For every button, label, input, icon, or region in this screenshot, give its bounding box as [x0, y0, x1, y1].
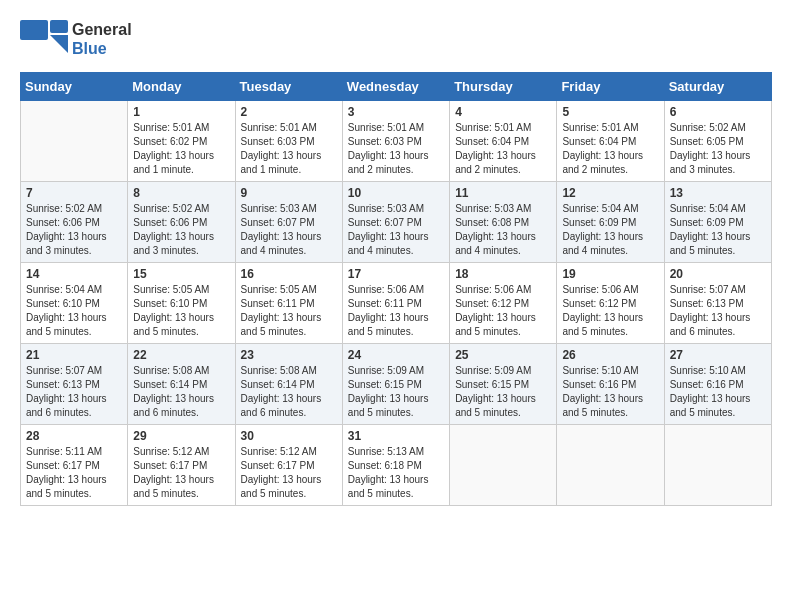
- day-number: 7: [26, 186, 122, 200]
- calendar-cell: 3Sunrise: 5:01 AMSunset: 6:03 PMDaylight…: [342, 101, 449, 182]
- day-info: Sunrise: 5:07 AMSunset: 6:13 PMDaylight:…: [670, 283, 766, 339]
- calendar-cell: 19Sunrise: 5:06 AMSunset: 6:12 PMDayligh…: [557, 263, 664, 344]
- calendar-cell: 18Sunrise: 5:06 AMSunset: 6:12 PMDayligh…: [450, 263, 557, 344]
- day-number: 29: [133, 429, 229, 443]
- day-number: 8: [133, 186, 229, 200]
- calendar-table: SundayMondayTuesdayWednesdayThursdayFrid…: [20, 72, 772, 506]
- calendar-cell: 30Sunrise: 5:12 AMSunset: 6:17 PMDayligh…: [235, 425, 342, 506]
- calendar-cell: 8Sunrise: 5:02 AMSunset: 6:06 PMDaylight…: [128, 182, 235, 263]
- day-info: Sunrise: 5:01 AMSunset: 6:04 PMDaylight:…: [455, 121, 551, 177]
- day-number: 3: [348, 105, 444, 119]
- calendar-cell: 24Sunrise: 5:09 AMSunset: 6:15 PMDayligh…: [342, 344, 449, 425]
- calendar-cell: 25Sunrise: 5:09 AMSunset: 6:15 PMDayligh…: [450, 344, 557, 425]
- day-number: 5: [562, 105, 658, 119]
- day-info: Sunrise: 5:01 AMSunset: 6:02 PMDaylight:…: [133, 121, 229, 177]
- day-number: 13: [670, 186, 766, 200]
- day-number: 15: [133, 267, 229, 281]
- day-info: Sunrise: 5:01 AMSunset: 6:03 PMDaylight:…: [348, 121, 444, 177]
- calendar-cell: 2Sunrise: 5:01 AMSunset: 6:03 PMDaylight…: [235, 101, 342, 182]
- header-saturday: Saturday: [664, 73, 771, 101]
- day-number: 10: [348, 186, 444, 200]
- calendar-cell: 11Sunrise: 5:03 AMSunset: 6:08 PMDayligh…: [450, 182, 557, 263]
- day-info: Sunrise: 5:09 AMSunset: 6:15 PMDaylight:…: [455, 364, 551, 420]
- day-number: 12: [562, 186, 658, 200]
- day-info: Sunrise: 5:12 AMSunset: 6:17 PMDaylight:…: [133, 445, 229, 501]
- calendar-week-row: 28Sunrise: 5:11 AMSunset: 6:17 PMDayligh…: [21, 425, 772, 506]
- day-info: Sunrise: 5:04 AMSunset: 6:09 PMDaylight:…: [562, 202, 658, 258]
- day-number: 28: [26, 429, 122, 443]
- day-number: 6: [670, 105, 766, 119]
- logo: General Blue: [20, 20, 132, 62]
- calendar-cell: 4Sunrise: 5:01 AMSunset: 6:04 PMDaylight…: [450, 101, 557, 182]
- day-number: 18: [455, 267, 551, 281]
- day-info: Sunrise: 5:02 AMSunset: 6:05 PMDaylight:…: [670, 121, 766, 177]
- day-number: 24: [348, 348, 444, 362]
- header-sunday: Sunday: [21, 73, 128, 101]
- day-number: 23: [241, 348, 337, 362]
- day-info: Sunrise: 5:10 AMSunset: 6:16 PMDaylight:…: [562, 364, 658, 420]
- calendar-cell: 26Sunrise: 5:10 AMSunset: 6:16 PMDayligh…: [557, 344, 664, 425]
- calendar-cell: 6Sunrise: 5:02 AMSunset: 6:05 PMDaylight…: [664, 101, 771, 182]
- day-info: Sunrise: 5:02 AMSunset: 6:06 PMDaylight:…: [133, 202, 229, 258]
- calendar-cell: 10Sunrise: 5:03 AMSunset: 6:07 PMDayligh…: [342, 182, 449, 263]
- header-row: SundayMondayTuesdayWednesdayThursdayFrid…: [21, 73, 772, 101]
- calendar-cell: [557, 425, 664, 506]
- day-info: Sunrise: 5:04 AMSunset: 6:09 PMDaylight:…: [670, 202, 766, 258]
- calendar-cell: 16Sunrise: 5:05 AMSunset: 6:11 PMDayligh…: [235, 263, 342, 344]
- calendar-cell: [450, 425, 557, 506]
- header-friday: Friday: [557, 73, 664, 101]
- calendar-cell: 5Sunrise: 5:01 AMSunset: 6:04 PMDaylight…: [557, 101, 664, 182]
- calendar-cell: 23Sunrise: 5:08 AMSunset: 6:14 PMDayligh…: [235, 344, 342, 425]
- day-number: 19: [562, 267, 658, 281]
- day-info: Sunrise: 5:01 AMSunset: 6:04 PMDaylight:…: [562, 121, 658, 177]
- day-number: 27: [670, 348, 766, 362]
- day-number: 20: [670, 267, 766, 281]
- calendar-cell: [664, 425, 771, 506]
- day-info: Sunrise: 5:11 AMSunset: 6:17 PMDaylight:…: [26, 445, 122, 501]
- day-number: 11: [455, 186, 551, 200]
- calendar-cell: 17Sunrise: 5:06 AMSunset: 6:11 PMDayligh…: [342, 263, 449, 344]
- day-number: 21: [26, 348, 122, 362]
- day-info: Sunrise: 5:05 AMSunset: 6:10 PMDaylight:…: [133, 283, 229, 339]
- calendar-cell: 27Sunrise: 5:10 AMSunset: 6:16 PMDayligh…: [664, 344, 771, 425]
- day-number: 22: [133, 348, 229, 362]
- day-info: Sunrise: 5:06 AMSunset: 6:11 PMDaylight:…: [348, 283, 444, 339]
- day-info: Sunrise: 5:05 AMSunset: 6:11 PMDaylight:…: [241, 283, 337, 339]
- calendar-cell: 20Sunrise: 5:07 AMSunset: 6:13 PMDayligh…: [664, 263, 771, 344]
- day-info: Sunrise: 5:01 AMSunset: 6:03 PMDaylight:…: [241, 121, 337, 177]
- day-number: 31: [348, 429, 444, 443]
- day-number: 16: [241, 267, 337, 281]
- header-monday: Monday: [128, 73, 235, 101]
- day-number: 25: [455, 348, 551, 362]
- day-info: Sunrise: 5:06 AMSunset: 6:12 PMDaylight:…: [455, 283, 551, 339]
- calendar-week-row: 14Sunrise: 5:04 AMSunset: 6:10 PMDayligh…: [21, 263, 772, 344]
- calendar-cell: 14Sunrise: 5:04 AMSunset: 6:10 PMDayligh…: [21, 263, 128, 344]
- day-info: Sunrise: 5:03 AMSunset: 6:07 PMDaylight:…: [241, 202, 337, 258]
- day-number: 1: [133, 105, 229, 119]
- day-number: 26: [562, 348, 658, 362]
- calendar-week-row: 7Sunrise: 5:02 AMSunset: 6:06 PMDaylight…: [21, 182, 772, 263]
- day-info: Sunrise: 5:04 AMSunset: 6:10 PMDaylight:…: [26, 283, 122, 339]
- header-thursday: Thursday: [450, 73, 557, 101]
- day-number: 14: [26, 267, 122, 281]
- calendar-cell: 29Sunrise: 5:12 AMSunset: 6:17 PMDayligh…: [128, 425, 235, 506]
- day-info: Sunrise: 5:08 AMSunset: 6:14 PMDaylight:…: [133, 364, 229, 420]
- day-info: Sunrise: 5:06 AMSunset: 6:12 PMDaylight:…: [562, 283, 658, 339]
- calendar-cell: 7Sunrise: 5:02 AMSunset: 6:06 PMDaylight…: [21, 182, 128, 263]
- page-header: General Blue: [20, 20, 772, 62]
- day-info: Sunrise: 5:02 AMSunset: 6:06 PMDaylight:…: [26, 202, 122, 258]
- day-number: 9: [241, 186, 337, 200]
- calendar-cell: 1Sunrise: 5:01 AMSunset: 6:02 PMDaylight…: [128, 101, 235, 182]
- calendar-cell: 22Sunrise: 5:08 AMSunset: 6:14 PMDayligh…: [128, 344, 235, 425]
- day-info: Sunrise: 5:10 AMSunset: 6:16 PMDaylight:…: [670, 364, 766, 420]
- calendar-cell: 28Sunrise: 5:11 AMSunset: 6:17 PMDayligh…: [21, 425, 128, 506]
- calendar-cell: 9Sunrise: 5:03 AMSunset: 6:07 PMDaylight…: [235, 182, 342, 263]
- calendar-cell: 21Sunrise: 5:07 AMSunset: 6:13 PMDayligh…: [21, 344, 128, 425]
- day-info: Sunrise: 5:03 AMSunset: 6:07 PMDaylight:…: [348, 202, 444, 258]
- day-info: Sunrise: 5:09 AMSunset: 6:15 PMDaylight:…: [348, 364, 444, 420]
- header-wednesday: Wednesday: [342, 73, 449, 101]
- day-number: 30: [241, 429, 337, 443]
- day-info: Sunrise: 5:08 AMSunset: 6:14 PMDaylight:…: [241, 364, 337, 420]
- day-info: Sunrise: 5:03 AMSunset: 6:08 PMDaylight:…: [455, 202, 551, 258]
- header-tuesday: Tuesday: [235, 73, 342, 101]
